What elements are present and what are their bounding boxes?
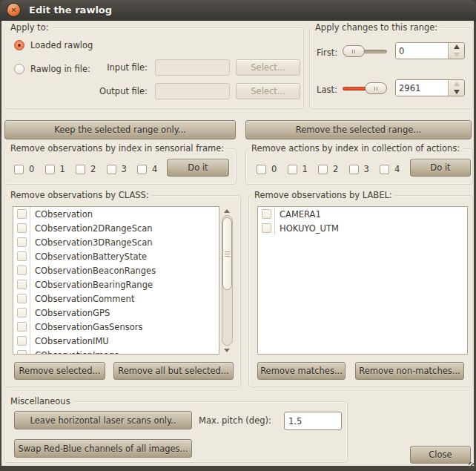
by-class-group: Remove observations by CLASS: CObservati… — [4, 195, 241, 387]
spin-buttons[interactable] — [448, 43, 464, 59]
checkbox-icon[interactable] — [288, 165, 297, 174]
checkbox-icon[interactable] — [17, 266, 27, 275]
scroll-down-icon[interactable] — [224, 346, 230, 355]
checkbox-icon[interactable] — [318, 165, 328, 174]
index-checkbox[interactable]: 2 — [76, 164, 107, 174]
checkbox-icon[interactable] — [17, 280, 27, 289]
remove-non-matches-button[interactable]: Remove non-matches... — [355, 362, 464, 380]
remove-matches-button[interactable]: Remove matches... — [257, 362, 346, 380]
class-listbox[interactable]: CObservation CObservation2DRangeScan COb… — [13, 206, 234, 355]
output-file-select-button[interactable]: Select... — [236, 83, 300, 99]
resize-grip-icon[interactable] — [469, 462, 475, 469]
checkbox-icon[interactable] — [17, 308, 27, 317]
index-checkbox[interactable]: 1 — [288, 164, 319, 174]
loaded-rawlog-radio[interactable]: Loaded rawlog — [14, 40, 93, 50]
output-file-field[interactable] — [155, 83, 230, 99]
first-spin[interactable] — [395, 42, 465, 59]
swap-red-blue-button[interactable]: Swap Red-Blue channels of all images... — [14, 439, 192, 458]
input-file-select-button[interactable]: Select... — [236, 59, 300, 76]
index-checkbox[interactable]: 4 — [380, 164, 411, 174]
spin-up-icon[interactable] — [449, 80, 464, 88]
class-list[interactable]: CObservation CObservation2DRangeScan COb… — [13, 206, 219, 355]
checkbox-icon[interactable] — [17, 294, 27, 303]
list-item[interactable]: HOKUYO_UTM — [258, 221, 467, 235]
list-item[interactable]: CObservationGasSensors — [13, 320, 219, 334]
slider-handle-icon[interactable] — [365, 82, 387, 94]
checkbox-icon[interactable] — [17, 322, 27, 332]
checkbox-icon[interactable] — [14, 165, 24, 174]
list-item-label: CObservationGasSensors — [30, 322, 142, 332]
spin-up-icon[interactable] — [449, 43, 464, 51]
index-checkbox[interactable]: 1 — [45, 164, 76, 174]
checkbox-icon[interactable] — [17, 223, 27, 233]
checkbox-icon[interactable] — [17, 336, 27, 346]
close-icon[interactable]: ✕ — [7, 4, 20, 16]
checkbox-icon[interactable] — [17, 209, 27, 219]
index-checkbox[interactable]: 3 — [349, 164, 380, 174]
list-item[interactable]: CObservationGPS — [13, 306, 219, 320]
list-item-label: CObservationComment — [30, 294, 134, 304]
index-checkbox[interactable]: 0 — [257, 164, 288, 174]
keep-range-button[interactable]: Keep the selected range only... — [4, 120, 236, 139]
input-file-field[interactable] — [155, 59, 230, 76]
last-slider[interactable] — [343, 82, 387, 94]
scroll-up-icon[interactable] — [224, 206, 230, 215]
label-list[interactable]: CAMERA1 HOKUYO_UTM — [257, 206, 468, 355]
apply-to-legend: Apply to: — [7, 22, 52, 33]
list-item[interactable]: CObservation — [13, 207, 219, 221]
list-item[interactable]: CAMERA1 — [258, 207, 467, 221]
radio-selected-icon[interactable] — [14, 40, 24, 50]
list-item[interactable]: CObservationBearingRange — [13, 277, 219, 292]
slider-track[interactable] — [362, 50, 387, 53]
checkbox-icon[interactable] — [76, 165, 85, 174]
checkbox-icon[interactable] — [380, 165, 389, 174]
list-item[interactable]: CObservation3DRangeScan — [13, 235, 219, 249]
scrollbar-trough[interactable] — [222, 215, 233, 346]
title-bar[interactable]: ✕ Edit the rawlog — [0, 0, 476, 22]
spin-down-icon[interactable] — [449, 51, 464, 59]
index-checkbox[interactable]: 3 — [107, 164, 138, 174]
first-value-field[interactable] — [396, 43, 448, 59]
checkbox-icon[interactable] — [257, 165, 266, 174]
checkbox-icon[interactable] — [17, 350, 27, 355]
list-item[interactable]: CObservationBatteryState — [13, 249, 219, 263]
remove-range-button[interactable]: Remove the selected range... — [245, 120, 472, 139]
checkbox-icon[interactable] — [45, 165, 55, 174]
list-item[interactable]: CObservationBeaconRanges — [13, 263, 219, 277]
checkbox-icon[interactable] — [17, 237, 27, 247]
sensorial-doit-button[interactable]: Do it — [167, 159, 229, 177]
max-pitch-field[interactable] — [284, 412, 342, 430]
slider-track-filled[interactable] — [343, 87, 368, 90]
last-spin[interactable] — [395, 79, 465, 96]
spin-buttons[interactable] — [448, 80, 464, 96]
actions-doit-button[interactable]: Do it — [410, 159, 471, 177]
checkbox-icon[interactable] — [137, 165, 147, 174]
remove-all-but-selected-button[interactable]: Remove all but selected... — [113, 362, 234, 380]
list-item[interactable]: CObservationIMU — [13, 334, 219, 348]
last-value-field[interactable] — [396, 80, 448, 96]
index-label: 0 — [29, 164, 34, 174]
leave-horizontal-scans-button[interactable]: Leave horizontal laser scans only.. — [14, 411, 192, 429]
radio-unselected-icon[interactable] — [14, 64, 24, 74]
slider-handle-icon[interactable] — [343, 45, 365, 57]
close-button[interactable]: Close — [410, 446, 471, 464]
list-item[interactable]: CObservationImage — [13, 348, 219, 355]
checkbox-icon[interactable] — [17, 251, 27, 261]
index-checkbox[interactable]: 4 — [137, 164, 168, 174]
checkbox-icon[interactable] — [349, 165, 359, 174]
misc-legend: Miscellaneous — [7, 396, 73, 406]
class-list-scrollbar[interactable] — [220, 206, 234, 355]
list-item[interactable]: CObservationComment — [13, 292, 219, 306]
label-listbox[interactable]: CAMERA1 HOKUYO_UTM — [257, 206, 468, 355]
list-item[interactable]: CObservation2DRangeScan — [13, 221, 219, 235]
scrollbar-thumb[interactable] — [222, 217, 232, 290]
remove-selected-button[interactable]: Remove selected... — [14, 362, 105, 380]
index-checkbox[interactable]: 2 — [318, 164, 349, 174]
checkbox-icon[interactable] — [262, 223, 271, 233]
checkbox-icon[interactable] — [107, 165, 116, 174]
index-checkbox[interactable]: 0 — [14, 164, 45, 174]
list-item-label: HOKUYO_UTM — [275, 223, 339, 234]
first-slider[interactable] — [343, 45, 387, 57]
checkbox-icon[interactable] — [262, 209, 271, 219]
spin-down-icon[interactable] — [449, 88, 464, 96]
